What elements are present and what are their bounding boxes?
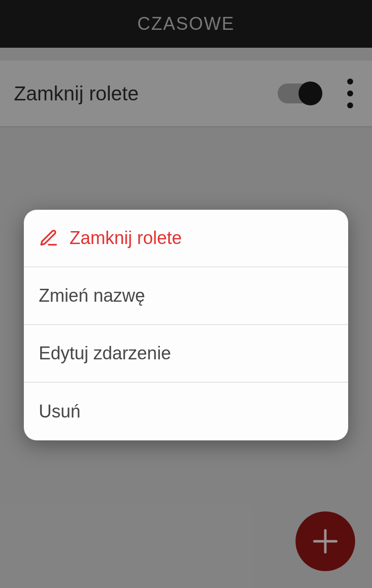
dialog-title-row: Zamknij rolete — [24, 210, 348, 267]
dialog-title: Zamknij rolete — [70, 228, 182, 249]
screen: CZASOWE Zamknij rolete Zamknij r — [0, 0, 372, 588]
delete-option[interactable]: Usuń — [24, 383, 348, 440]
edit-event-option[interactable]: Edytuj zdarzenie — [24, 325, 348, 383]
edit-icon — [39, 228, 59, 248]
delete-label: Usuń — [39, 401, 80, 422]
rename-label: Zmień nazwę — [39, 285, 145, 306]
rename-option[interactable]: Zmień nazwę — [24, 267, 348, 325]
context-menu: Zamknij rolete Zmień nazwę Edytuj zdarze… — [24, 210, 348, 440]
edit-event-label: Edytuj zdarzenie — [39, 343, 171, 364]
